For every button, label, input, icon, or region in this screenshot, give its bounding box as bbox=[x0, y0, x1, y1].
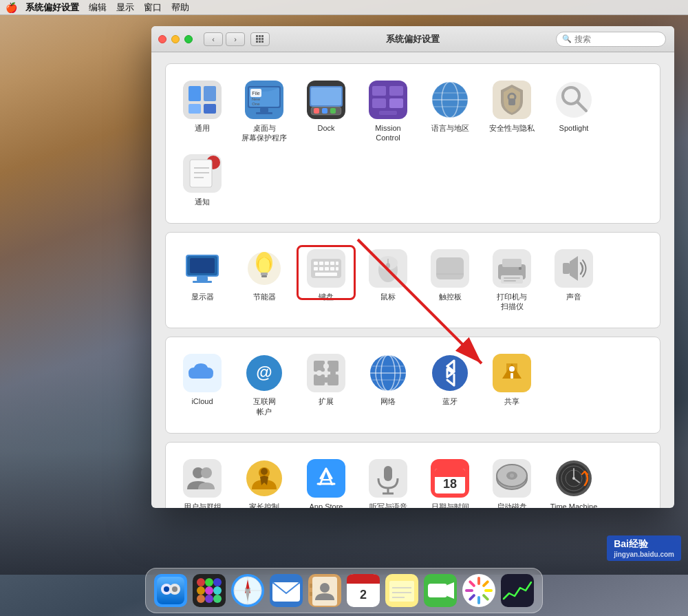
dock-calendar[interactable]: 2 bbox=[345, 573, 381, 608]
dock-stocks[interactable] bbox=[499, 573, 535, 608]
svg-rect-196 bbox=[428, 584, 447, 597]
pref-datetime[interactable]: 18 日期与时间 bbox=[419, 454, 481, 508]
pref-energy[interactable]: 节能器 bbox=[233, 244, 295, 317]
displays-label: 显示器 bbox=[191, 292, 214, 301]
svg-rect-73 bbox=[325, 267, 329, 270]
svg-rect-2 bbox=[261, 35, 264, 37]
system-grid: 用户与群组 bbox=[171, 454, 654, 508]
svg-rect-70 bbox=[336, 262, 338, 265]
dictation-label: 听写与语音 bbox=[369, 502, 407, 508]
svg-point-114 bbox=[509, 366, 515, 372]
svg-point-185 bbox=[320, 583, 330, 593]
desktop-label: 桌面与屏幕保护程序 bbox=[241, 123, 287, 143]
svg-point-165 bbox=[213, 578, 222, 586]
window-title: 系统偏好设置 bbox=[386, 33, 440, 45]
pref-parental[interactable]: 家长控制 bbox=[233, 454, 295, 508]
menu-display[interactable]: 显示 bbox=[116, 1, 134, 14]
svg-point-164 bbox=[205, 578, 213, 586]
pref-general[interactable]: 通用 bbox=[171, 75, 233, 149]
svg-rect-93 bbox=[563, 263, 570, 274]
sound-icon bbox=[555, 249, 593, 288]
spotlight-label: Spotlight bbox=[559, 123, 589, 133]
pref-internet-accounts[interactable]: @ 互联网帐户 bbox=[233, 348, 295, 422]
desktop-icon: File New One bbox=[245, 81, 283, 119]
svg-rect-3 bbox=[256, 38, 258, 40]
pref-startup[interactable]: 启动磁盘 bbox=[481, 454, 543, 508]
svg-point-168 bbox=[213, 586, 222, 595]
svg-rect-75 bbox=[336, 267, 338, 270]
svg-rect-67 bbox=[319, 262, 323, 265]
dock: 2 bbox=[145, 568, 543, 613]
pref-language[interactable]: 语言与地区 bbox=[419, 75, 481, 149]
pref-bluetooth[interactable]: 蓝牙 bbox=[419, 348, 481, 422]
mouse-icon bbox=[369, 249, 407, 288]
dock-safari[interactable] bbox=[230, 573, 266, 608]
pref-dictation[interactable]: 听写与语音 bbox=[357, 454, 419, 508]
dock-facetime[interactable] bbox=[422, 573, 458, 608]
svg-rect-97 bbox=[307, 354, 345, 392]
pref-keyboard[interactable]: 键盘 bbox=[295, 244, 357, 317]
pref-network[interactable]: 网络 bbox=[357, 348, 419, 422]
svg-rect-4 bbox=[259, 38, 261, 40]
pref-desktop[interactable]: File New One 桌面与屏幕保护程序 bbox=[233, 75, 295, 149]
dock-contacts[interactable] bbox=[307, 573, 343, 608]
pref-mouse[interactable]: 鼠标 bbox=[357, 244, 419, 317]
svg-rect-87 bbox=[502, 259, 522, 267]
pref-sound[interactable]: 声音 bbox=[543, 244, 605, 317]
extensions-label: 扩展 bbox=[319, 396, 334, 406]
security-icon bbox=[493, 81, 531, 119]
menu-help[interactable]: 帮助 bbox=[171, 1, 189, 14]
printer-label: 打印机与扫描仪 bbox=[497, 292, 527, 312]
svg-rect-1 bbox=[259, 35, 261, 37]
notifications-label: 通知 bbox=[195, 197, 210, 206]
svg-rect-32 bbox=[389, 86, 403, 96]
pref-displays[interactable]: 显示器 bbox=[171, 244, 233, 317]
menu-edit[interactable]: 编辑 bbox=[89, 1, 107, 14]
svg-point-160 bbox=[164, 586, 169, 592]
pref-mission[interactable]: MissionControl bbox=[357, 75, 419, 149]
grid-button[interactable] bbox=[250, 32, 270, 46]
dock-launchpad[interactable] bbox=[191, 573, 227, 608]
pref-trackpad[interactable]: 触控板 bbox=[419, 244, 481, 317]
pref-timemachine[interactable]: Time Machine bbox=[543, 454, 605, 508]
back-button[interactable]: ‹ bbox=[204, 32, 223, 46]
svg-rect-76 bbox=[315, 273, 337, 276]
pref-printer[interactable]: 打印机与扫描仪 bbox=[481, 244, 543, 317]
svg-text:One: One bbox=[252, 102, 260, 106]
pref-security[interactable]: 安全性与隐私 bbox=[481, 75, 543, 149]
svg-rect-68 bbox=[325, 262, 329, 265]
dock-mail[interactable] bbox=[268, 573, 304, 608]
sound-label: 声音 bbox=[566, 292, 581, 301]
apple-menu[interactable]: 🍎 bbox=[6, 2, 17, 13]
pref-dock[interactable]: Dock bbox=[295, 75, 357, 149]
pref-spotlight[interactable]: Spotlight bbox=[543, 75, 605, 149]
search-box[interactable]: 🔍 bbox=[556, 32, 666, 47]
pref-sharing[interactable]: 共享 bbox=[481, 348, 543, 422]
forward-button[interactable]: › bbox=[226, 32, 245, 46]
extensions-icon bbox=[307, 354, 345, 392]
close-button[interactable] bbox=[158, 35, 166, 43]
svg-rect-29 bbox=[330, 108, 336, 114]
dock-notes[interactable] bbox=[384, 573, 420, 608]
dock-photos[interactable] bbox=[461, 573, 497, 608]
svg-point-142 bbox=[510, 474, 514, 478]
maximize-button[interactable] bbox=[184, 35, 193, 43]
baidu-watermark: Bai经验 jingyan.baidu.com bbox=[607, 535, 681, 561]
pref-extensions[interactable]: 扩展 bbox=[295, 348, 357, 422]
pref-icloud[interactable]: iCloud bbox=[171, 348, 233, 422]
svg-rect-66 bbox=[314, 262, 318, 265]
personal-grid: 通用 bbox=[171, 75, 654, 212]
menu-sysprefs[interactable]: 系统偏好设置 bbox=[25, 1, 79, 14]
menu-window[interactable]: 窗口 bbox=[144, 1, 162, 14]
dock-finder[interactable] bbox=[153, 573, 189, 608]
search-input[interactable] bbox=[574, 34, 660, 44]
minimize-button[interactable] bbox=[171, 35, 180, 43]
pref-notifications[interactable]: 通知 bbox=[171, 149, 233, 212]
pref-appstore[interactable]: A App Store bbox=[295, 454, 357, 508]
general-label: 通用 bbox=[195, 123, 210, 133]
trackpad-icon bbox=[431, 249, 469, 288]
printer-icon bbox=[493, 249, 531, 288]
svg-marker-197 bbox=[447, 582, 454, 599]
dock-icon bbox=[307, 81, 345, 119]
pref-users[interactable]: 用户与群组 bbox=[171, 454, 233, 508]
